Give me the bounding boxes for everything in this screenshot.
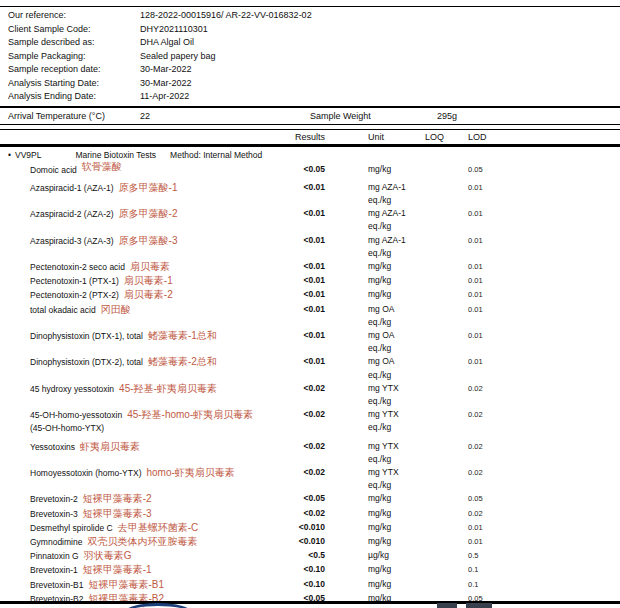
arrival-temperature-value: 22 — [140, 110, 150, 123]
analyte-annotation-cn: 虾夷扇贝毒素 — [80, 441, 140, 452]
result-value: <0.01 — [268, 181, 325, 207]
analyte-name: Dinophysistoxin (DTX-2), total — [30, 357, 143, 367]
analyte-name: 45 hydroxy yessotoxin — [30, 384, 114, 394]
result-value: <0.10 — [268, 563, 325, 577]
unit-value-line2: eq./kg — [368, 369, 425, 382]
column-header-lod: LOD — [468, 131, 620, 144]
unit-value: mg YTX — [368, 409, 399, 419]
analyte-name: Azaspiracid-1 (AZA-1) — [30, 183, 114, 193]
field-label: Analysis Ending Date: — [8, 90, 140, 104]
result-value: <0.010 — [268, 521, 325, 535]
cutoff-text-fragment — [466, 603, 492, 608]
analyte-name: Pectenotoxin-1 (PTX-1) — [30, 276, 119, 286]
result-value: <0.05 — [268, 492, 325, 506]
analyte-annotation-cn: 原多甲藻酸-1 — [119, 182, 178, 193]
table-row: Azaspiracid-3 (AZA-3)原多甲藻酸-3 <0.01 mg AZ… — [0, 234, 620, 260]
lod-value: 0.01 — [468, 274, 620, 288]
analyte-annotation-cn: 短裸甲藻毒素-2 — [83, 493, 152, 504]
field-label: Sample Packaging: — [8, 50, 140, 64]
unit-value: mg OA — [368, 356, 394, 366]
unit-value: mg/kg — [368, 493, 391, 503]
unit-value-line2: eq./kg — [368, 342, 425, 355]
sample-info-row: Sample described as:DHA Algal Oil — [8, 36, 312, 50]
section-bullet: • — [8, 150, 11, 160]
field-label: Our reference: — [8, 9, 140, 23]
analyte-annotation-cn: 短裸甲藻毒素-3 — [83, 508, 152, 519]
column-header-unit: Unit — [368, 131, 425, 144]
result-value: <0.05 — [268, 163, 325, 177]
unit-value: mg/kg — [368, 522, 391, 532]
result-value: <0.02 — [268, 507, 325, 521]
analyte-annotation-cn: 扇贝毒素-2 — [124, 289, 173, 300]
unit-value: mg/kg — [368, 275, 391, 285]
analyte-annotation-cn: 扇贝毒素 — [130, 261, 170, 272]
loq-value — [425, 382, 468, 408]
field-value: DHY2021110301 — [140, 23, 208, 37]
analyte-annotation-cn: 45-羟基-homo-虾夷扇贝毒素 — [127, 409, 253, 420]
partial-logo-swoosh — [125, 602, 199, 608]
lod-value: 0.1 — [468, 578, 620, 592]
unit-value: mg OA — [368, 330, 394, 340]
sample-info-fields: Our reference:128-2022-00015916/ AR-22-V… — [8, 9, 312, 104]
cutoff-text-fragment — [437, 603, 457, 608]
logo-arc-shape — [125, 603, 191, 608]
sample-info-row: Analysis Starting Date:30-Mar-2022 — [8, 77, 312, 91]
result-value: <0.01 — [268, 288, 325, 302]
unit-value-line2: eq./kg — [368, 220, 425, 233]
loq-value — [425, 578, 468, 592]
sample-info-row: Analysis Ending Date:11-Apr-2022 — [8, 90, 312, 104]
sample-info-row: Sample Packaging:Sealed papery bag — [8, 50, 312, 64]
unit-value: mg AZA-1 — [368, 235, 406, 245]
test-section-row: •VV9PLMarine Biotoxin TestsMethod: Inter… — [0, 148, 620, 162]
result-value: <0.01 — [268, 355, 325, 381]
sample-info-row: Our reference:128-2022-00015916/ AR-22-V… — [8, 9, 312, 23]
result-value: <0.01 — [268, 274, 325, 288]
lod-value: 0.01 — [468, 207, 620, 233]
table-row: Domoic acid软骨藻酸 <0.05 mg/kg 0.05 — [0, 163, 620, 177]
analyte-annotation-cn: 原多甲藻酸-3 — [119, 235, 178, 246]
lod-value: 0.5 — [468, 549, 620, 563]
table-header-thick-rule — [0, 144, 620, 147]
unit-value-line2: eq./kg — [368, 316, 425, 329]
loq-value — [425, 303, 468, 329]
sample-info-row: Sample reception date:30-Mar-2022 — [8, 63, 312, 77]
arrival-row: Arrival Temperature (°C) 22 Sample Weigh… — [0, 110, 620, 123]
unit-value-line2: eq./kg — [368, 453, 425, 466]
lod-value: 0.01 — [468, 288, 620, 302]
loq-value — [425, 329, 468, 355]
analyte-name: 45-OH-homo-yessotoxin — [30, 410, 122, 420]
table-row: Brevetoxin-B1短裸甲藻毒素-B1 <0.10 mg/kg 0.1 — [0, 578, 620, 592]
table-row: Homoyessotoxin (homo-YTX)homo-虾夷扇贝毒素 <0.… — [0, 466, 620, 492]
table-row: Azaspiracid-1 (AZA-1)原多甲藻酸-1 <0.01 mg AZ… — [0, 181, 620, 207]
section-code: VV9PL — [15, 150, 41, 160]
lod-value: 0.01 — [468, 234, 620, 260]
result-value: <0.01 — [268, 234, 325, 260]
section-method: Method: Internal Method — [170, 150, 262, 160]
table-row: Dinophysistoxin (DTX-1), total鳍藻毒素-1总和 <… — [0, 329, 620, 355]
loq-value — [425, 274, 468, 288]
column-header-loq: LOQ — [425, 131, 468, 144]
field-value: 30-Mar-2022 — [140, 63, 192, 77]
analyte-name: Domoic acid — [30, 165, 77, 175]
table-row: Pectenotoxin-2 seco acid扇贝毒素 <0.01 mg/kg… — [0, 260, 620, 274]
analyte-name: Brevetoxin-2 — [30, 494, 78, 504]
result-value: <0.05 — [268, 592, 325, 606]
table-row: Brevetoxin-3短裸甲藻毒素-3 <0.02 mg/kg 0.02 — [0, 507, 620, 521]
loq-value — [425, 507, 468, 521]
unit-value: mg YTX — [368, 383, 399, 393]
analyte-name-line2: (45-OH-homo-YTX) — [30, 422, 268, 435]
table-row: Brevetoxin-1短裸甲藻毒素-1 <0.10 mg/kg 0.1 — [0, 563, 620, 577]
loq-value — [425, 207, 468, 233]
analyte-name: Pinnatoxin G — [30, 551, 79, 561]
analyte-name: Desmethyl spirolide C — [30, 523, 113, 533]
result-value: <0.10 — [268, 578, 325, 592]
field-value: 30-Mar-2022 — [140, 77, 192, 91]
sample-info-row: Client Sample Code:DHY2021110301 — [8, 23, 312, 37]
analyte-annotation-cn: 软骨藻酸 — [82, 161, 122, 172]
field-value: 11-Apr-2022 — [140, 90, 189, 104]
sample-weight-value: 295g — [437, 110, 457, 123]
loq-value — [425, 535, 468, 549]
section-name: Marine Biotoxin Tests — [75, 150, 156, 160]
unit-value: mg YTX — [368, 467, 399, 477]
lod-value: 0.01 — [468, 535, 620, 549]
